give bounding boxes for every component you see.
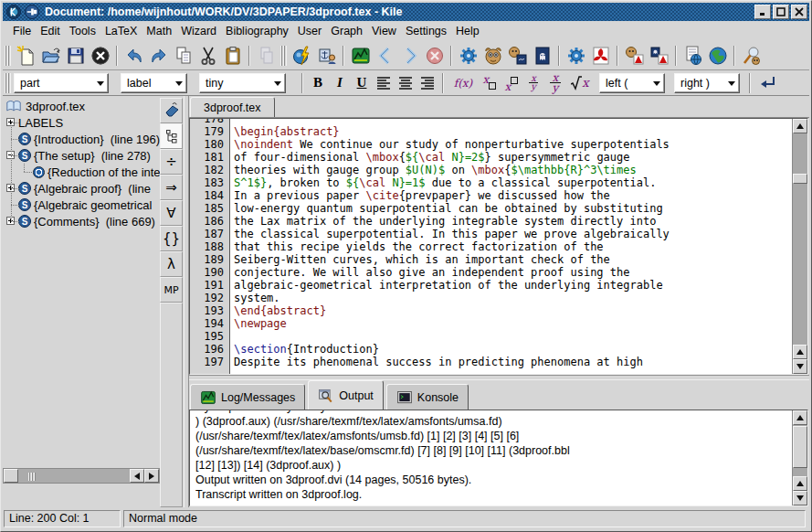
copy-button[interactable] <box>171 43 195 69</box>
italic-button[interactable]: I <box>329 72 351 94</box>
function-button[interactable]: f(x) <box>448 72 479 94</box>
menu-item-user[interactable]: User <box>293 23 326 39</box>
align-left-button[interactable] <box>373 72 395 94</box>
view-dvi-button[interactable] <box>480 43 505 69</box>
scroll-up-button[interactable] <box>793 410 807 425</box>
sidebar-tab-structure[interactable] <box>160 123 183 149</box>
menu-item-help[interactable]: Help <box>451 23 484 39</box>
subscript-button[interactable]: x <box>501 72 522 94</box>
toolbar-grip[interactable] <box>5 46 11 66</box>
scrollbar-thumb[interactable] <box>793 174 807 184</box>
menu-item-file[interactable]: File <box>8 23 36 39</box>
forward-button[interactable] <box>397 43 422 69</box>
sidebar-tab-divide[interactable]: ÷ <box>160 149 183 175</box>
open-folder-button[interactable] <box>38 43 63 69</box>
pin-icon[interactable] <box>25 5 39 19</box>
bold-button[interactable]: B <box>307 72 329 94</box>
align-center-button[interactable] <box>395 72 417 94</box>
editor-vertical-scrollbar[interactable] <box>792 119 807 374</box>
sidebar-tab-metapost[interactable]: MP <box>160 277 183 303</box>
newline-button[interactable] <box>754 72 782 94</box>
print-button[interactable] <box>254 43 279 69</box>
tree-item[interactable]: {Reduction of the integrable <box>3 164 160 180</box>
scroll-up-button[interactable] <box>793 345 807 359</box>
sqrt-button[interactable]: x <box>566 72 594 94</box>
undo-button[interactable] <box>121 43 146 69</box>
tree-item[interactable]: S{The setup} (line 278) <box>3 147 160 164</box>
scroll-up-button[interactable] <box>793 119 807 133</box>
align-right-button[interactable] <box>417 72 438 94</box>
menu-item-graph[interactable]: Graph <box>326 23 367 39</box>
tree-item[interactable]: LABELS <box>3 114 160 131</box>
scroll-right-button[interactable] <box>144 469 159 483</box>
paste-button[interactable] <box>220 43 245 69</box>
bottom-tab-konsole[interactable]: Konsole <box>386 384 469 410</box>
title-bar[interactable]: Document: /home/wijnhout/WORK/DV/3DPAPER… <box>3 3 809 21</box>
menu-item-wizard[interactable]: Wizard <box>176 23 221 39</box>
bottom-tab-log-messages[interactable]: Log/Messages <box>190 384 305 410</box>
bottom-tab-output[interactable]: Output <box>308 380 384 410</box>
view-pdf-button[interactable] <box>588 43 613 69</box>
scroll-down-button[interactable] <box>793 491 807 505</box>
editor[interactable]: 1781791801811821831841851861871881891901… <box>189 118 808 375</box>
toolbar-grip[interactable] <box>280 46 287 66</box>
scroll-up-button[interactable] <box>793 476 807 491</box>
underline-button[interactable]: U <box>351 72 373 94</box>
editor-tab[interactable]: 3dproof.tex <box>190 97 275 117</box>
menu-item-tools[interactable]: Tools <box>65 23 100 39</box>
sidebar-tab-braces[interactable]: {} <box>160 226 183 251</box>
sidebar-tab-lambda[interactable]: λ <box>160 251 183 277</box>
sidebar-tab-arrow[interactable]: ⇒ <box>160 175 183 200</box>
scrollbar-thumb[interactable] <box>4 469 18 483</box>
new-document-button[interactable] <box>14 43 38 69</box>
menu-item-edit[interactable]: Edit <box>36 23 65 39</box>
scroll-down-button[interactable] <box>793 359 807 374</box>
fraction-small-button[interactable]: xy <box>522 72 544 94</box>
label-combo[interactable]: label <box>121 73 187 93</box>
menu-item-settings[interactable]: Settings <box>401 23 451 39</box>
minimize-button[interactable] <box>754 5 771 19</box>
latex-button[interactable] <box>456 43 480 69</box>
view-html-button[interactable] <box>705 43 730 69</box>
tree-item[interactable]: S{Introduction} (line 196) <box>3 131 160 147</box>
dvi-to-pdf-button[interactable] <box>622 43 647 69</box>
forward-search-button[interactable] <box>739 43 764 69</box>
cut-button[interactable] <box>195 43 220 69</box>
tree-item[interactable]: S{Algebraic proof} (line <box>3 180 160 197</box>
dvi-to-ps-button[interactable] <box>505 43 530 69</box>
close-button[interactable] <box>791 5 807 19</box>
size-combo[interactable]: tiny <box>199 73 286 93</box>
tree-item[interactable]: S{Comments} (line 669) <box>3 213 160 229</box>
menu-item-view[interactable]: View <box>367 23 401 39</box>
sidebar-tab-files[interactable] <box>160 98 183 123</box>
superscript-button[interactable]: x <box>479 72 501 94</box>
ps-to-pdf-button[interactable] <box>647 43 671 69</box>
tree-item[interactable]: S{Algebraic geometrical <box>3 197 160 213</box>
tree-root[interactable]: 3dproof.tex <box>3 98 160 114</box>
structure-combo[interactable]: part <box>14 73 109 93</box>
view-ps-button[interactable] <box>530 43 554 69</box>
scrollbar-thumb[interactable] <box>793 426 807 468</box>
redo-button[interactable] <box>146 43 171 69</box>
sidebar-horizontal-scrollbar[interactable] <box>3 468 160 484</box>
menu-item-math[interactable]: Math <box>142 23 176 39</box>
stop-button[interactable] <box>422 43 447 69</box>
sidebar-tab-forall[interactable]: ∀ <box>160 200 183 226</box>
log-view-button[interactable] <box>348 43 373 69</box>
quickbuild-button[interactable] <box>290 43 314 69</box>
left-delimiter-combo[interactable]: left ( <box>599 73 665 93</box>
fraction-display-button[interactable]: xy <box>544 72 566 94</box>
watch-file-button[interactable] <box>314 43 339 69</box>
scroll-left-button[interactable] <box>130 469 144 483</box>
menu-item-latex[interactable]: LaTeX <box>100 23 142 39</box>
save-button[interactable] <box>63 43 88 69</box>
maximize-button[interactable] <box>773 5 789 19</box>
menu-item-bibliography[interactable]: Bibliography <box>221 23 293 39</box>
editor-text[interactable]: \begin{abstract}\noindent We continue ou… <box>230 119 792 374</box>
close-document-button[interactable] <box>88 43 112 69</box>
pdflatex-button[interactable] <box>564 43 588 69</box>
latex-to-html-button[interactable] <box>680 43 705 69</box>
right-delimiter-combo[interactable]: right ) <box>674 73 740 93</box>
toolbar-grip[interactable] <box>5 73 11 93</box>
back-button[interactable] <box>373 43 397 69</box>
